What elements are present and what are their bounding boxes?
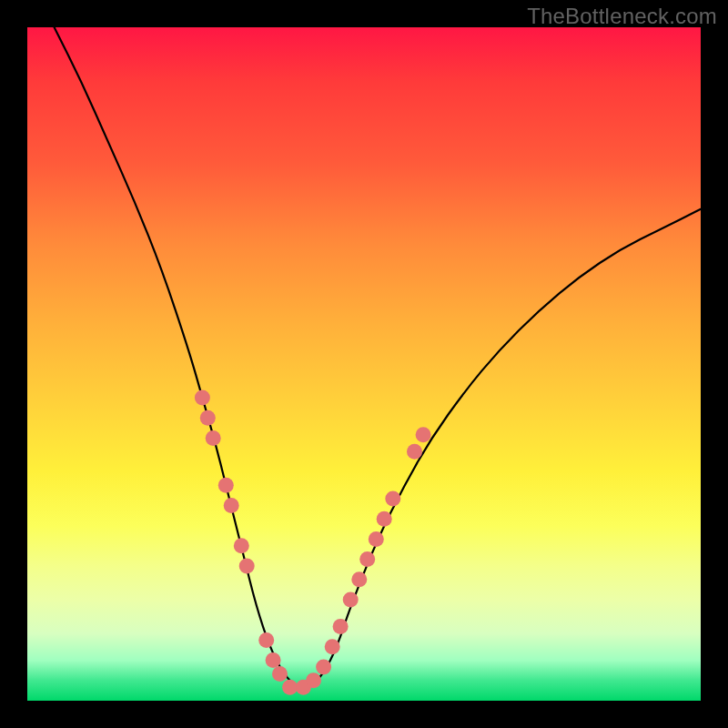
highlight-dot: [266, 652, 281, 668]
highlight-dot: [325, 639, 340, 654]
highlight-dot: [282, 680, 298, 695]
highlight-dot: [377, 511, 392, 527]
highlight-dot: [234, 538, 249, 553]
highlight-dot: [416, 427, 431, 442]
highlight-dots-group: [195, 390, 431, 695]
highlight-dot: [239, 559, 255, 574]
bottleneck-curve: [55, 27, 701, 687]
highlight-dot: [351, 571, 367, 587]
watermark-text: TheBottleneck.com: [527, 4, 717, 29]
highlight-dot: [359, 551, 375, 567]
highlight-dot: [369, 531, 384, 547]
highlight-dot: [218, 478, 234, 493]
highlight-dot: [306, 672, 321, 688]
highlight-dot: [316, 660, 331, 675]
highlight-dot: [200, 410, 216, 426]
chart-svg: [27, 27, 701, 701]
highlight-dot: [333, 619, 349, 634]
highlight-dot: [206, 430, 221, 446]
highlight-dot: [272, 666, 288, 682]
highlight-dot: [407, 444, 422, 460]
highlight-dot: [224, 498, 239, 513]
plot-area: [27, 27, 701, 701]
highlight-dot: [195, 390, 210, 406]
highlight-dot: [385, 491, 400, 507]
highlight-dot: [258, 632, 274, 648]
highlight-dot: [343, 592, 359, 608]
chart-frame: TheBottleneck.com: [0, 0, 728, 728]
